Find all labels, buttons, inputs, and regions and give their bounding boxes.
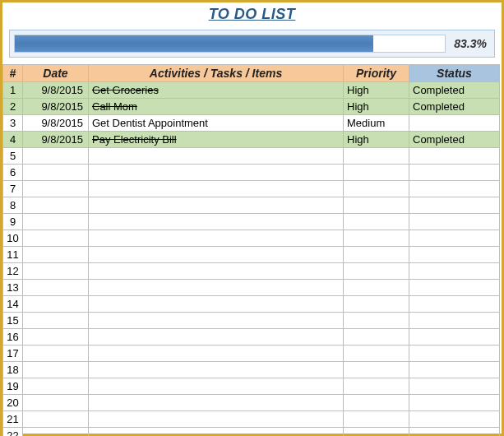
- cell-status[interactable]: Completed: [409, 132, 500, 148]
- cell-activity[interactable]: [89, 197, 344, 214]
- cell-num[interactable]: 9: [3, 214, 23, 230]
- cell-date[interactable]: [23, 230, 89, 247]
- cell-num[interactable]: 15: [3, 313, 23, 329]
- cell-date[interactable]: [23, 411, 89, 428]
- cell-activity[interactable]: [89, 395, 344, 411]
- cell-num[interactable]: 13: [3, 280, 23, 296]
- cell-priority[interactable]: [344, 214, 409, 230]
- cell-date[interactable]: [23, 148, 89, 165]
- cell-activity[interactable]: [89, 428, 344, 437]
- cell-num[interactable]: 5: [3, 148, 23, 165]
- cell-status[interactable]: [409, 181, 500, 197]
- cell-activity[interactable]: [89, 280, 344, 296]
- cell-status[interactable]: [409, 148, 500, 165]
- cell-num[interactable]: 8: [3, 197, 23, 214]
- cell-num[interactable]: 18: [3, 362, 23, 378]
- cell-activity[interactable]: [89, 263, 344, 280]
- cell-date[interactable]: 9/8/2015: [23, 99, 89, 115]
- cell-date[interactable]: [23, 428, 89, 437]
- cell-date[interactable]: [23, 280, 89, 296]
- cell-priority[interactable]: High: [344, 99, 409, 115]
- cell-status[interactable]: [409, 197, 500, 214]
- cell-activity[interactable]: [89, 181, 344, 197]
- cell-priority[interactable]: High: [344, 132, 409, 148]
- cell-priority[interactable]: [344, 428, 409, 437]
- cell-priority[interactable]: Medium: [344, 115, 409, 132]
- cell-priority[interactable]: [344, 148, 409, 165]
- cell-priority[interactable]: [344, 411, 409, 428]
- cell-activity[interactable]: Get Dentist Appointment: [89, 115, 344, 132]
- cell-status[interactable]: [409, 263, 500, 280]
- cell-num[interactable]: 22: [3, 428, 23, 437]
- cell-date[interactable]: [23, 165, 89, 181]
- cell-priority[interactable]: High: [344, 82, 409, 99]
- cell-status[interactable]: [409, 313, 500, 329]
- cell-num[interactable]: 17: [3, 346, 23, 362]
- cell-date[interactable]: [23, 395, 89, 411]
- cell-date[interactable]: [23, 247, 89, 263]
- cell-date[interactable]: [23, 263, 89, 280]
- cell-priority[interactable]: [344, 296, 409, 313]
- cell-num[interactable]: 2: [3, 99, 23, 115]
- cell-status[interactable]: [409, 214, 500, 230]
- cell-activity[interactable]: [89, 165, 344, 181]
- cell-priority[interactable]: [344, 230, 409, 247]
- cell-num[interactable]: 16: [3, 329, 23, 346]
- cell-activity[interactable]: [89, 230, 344, 247]
- cell-activity[interactable]: [89, 296, 344, 313]
- cell-activity[interactable]: [89, 247, 344, 263]
- cell-date[interactable]: [23, 296, 89, 313]
- cell-activity[interactable]: [89, 313, 344, 329]
- cell-date[interactable]: [23, 197, 89, 214]
- cell-status[interactable]: [409, 395, 500, 411]
- cell-date[interactable]: [23, 313, 89, 329]
- cell-activity[interactable]: [89, 362, 344, 378]
- cell-num[interactable]: 14: [3, 296, 23, 313]
- cell-status[interactable]: [409, 428, 500, 437]
- cell-priority[interactable]: [344, 329, 409, 346]
- cell-status[interactable]: [409, 411, 500, 428]
- cell-priority[interactable]: [344, 181, 409, 197]
- cell-date[interactable]: [23, 214, 89, 230]
- cell-status[interactable]: [409, 296, 500, 313]
- cell-num[interactable]: 7: [3, 181, 23, 197]
- cell-date[interactable]: 9/8/2015: [23, 82, 89, 99]
- cell-status[interactable]: [409, 230, 500, 247]
- cell-num[interactable]: 1: [3, 82, 23, 99]
- cell-priority[interactable]: [344, 346, 409, 362]
- cell-activity[interactable]: [89, 329, 344, 346]
- cell-num[interactable]: 20: [3, 395, 23, 411]
- cell-priority[interactable]: [344, 395, 409, 411]
- cell-activity[interactable]: [89, 214, 344, 230]
- cell-activity[interactable]: Call Mom: [89, 99, 344, 115]
- cell-num[interactable]: 4: [3, 132, 23, 148]
- cell-activity[interactable]: [89, 148, 344, 165]
- cell-priority[interactable]: [344, 280, 409, 296]
- cell-priority[interactable]: [344, 263, 409, 280]
- cell-activity[interactable]: Get Groceries: [89, 82, 344, 99]
- cell-priority[interactable]: [344, 313, 409, 329]
- cell-priority[interactable]: [344, 362, 409, 378]
- cell-status[interactable]: Completed: [409, 82, 500, 99]
- cell-priority[interactable]: [344, 165, 409, 181]
- cell-status[interactable]: [409, 346, 500, 362]
- cell-activity[interactable]: [89, 378, 344, 395]
- cell-num[interactable]: 19: [3, 378, 23, 395]
- cell-activity[interactable]: [89, 411, 344, 428]
- cell-activity[interactable]: [89, 346, 344, 362]
- cell-date[interactable]: [23, 329, 89, 346]
- cell-status[interactable]: [409, 247, 500, 263]
- cell-status[interactable]: [409, 362, 500, 378]
- cell-num[interactable]: 10: [3, 230, 23, 247]
- cell-date[interactable]: 9/8/2015: [23, 132, 89, 148]
- cell-date[interactable]: [23, 181, 89, 197]
- cell-priority[interactable]: [344, 378, 409, 395]
- cell-status[interactable]: [409, 280, 500, 296]
- cell-status[interactable]: [409, 329, 500, 346]
- cell-num[interactable]: 12: [3, 263, 23, 280]
- cell-priority[interactable]: [344, 197, 409, 214]
- cell-status[interactable]: [409, 115, 500, 132]
- cell-num[interactable]: 3: [3, 115, 23, 132]
- cell-status[interactable]: [409, 165, 500, 181]
- cell-priority[interactable]: [344, 247, 409, 263]
